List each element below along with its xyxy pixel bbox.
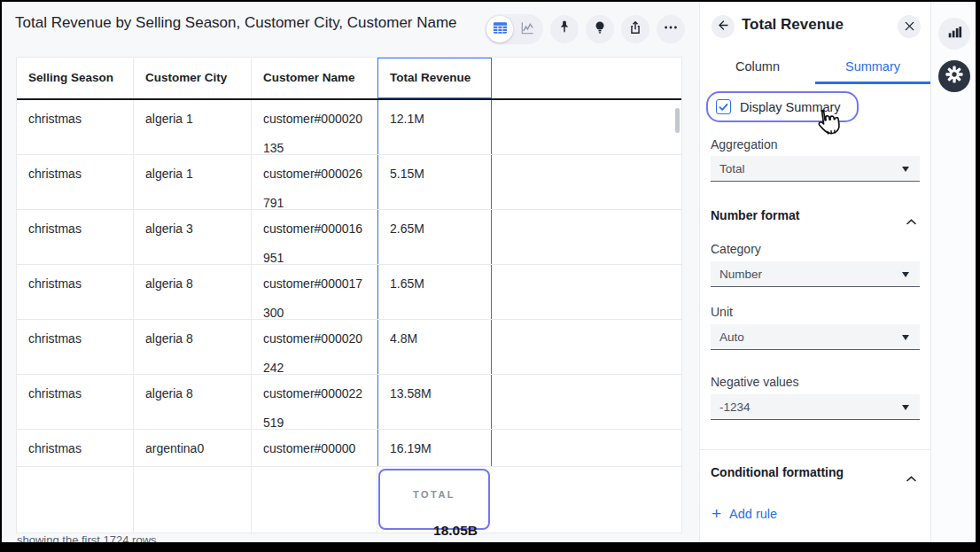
chart-settings-button[interactable] [938,18,970,50]
cell-customer-city: argentina0 [134,430,252,466]
cell-selling-season: christmas [17,430,134,466]
total-summary-box[interactable]: TOTAL 18.05B [378,469,490,530]
back-button[interactable] [712,15,735,38]
add-rule-button[interactable]: + Add rule [712,507,777,521]
table-header-row: Selling Season Customer City Customer Na… [17,58,681,100]
active-tab-underline [815,82,930,84]
hand-cursor [810,105,846,141]
share-button[interactable] [621,15,649,43]
cell-customer-name: customer#000020242 [252,320,377,374]
gear-icon [945,66,963,87]
collapse-conditional-formatting-button[interactable] [906,470,916,476]
cell-customer-name: customer#000022519 [252,375,377,429]
line-chart-icon [519,19,536,40]
share-export-icon [627,19,643,39]
arrow-left-icon [717,19,730,35]
cell-customer-name: customer#00000 [252,430,377,466]
cell-total-revenue: 4.8M [377,320,492,374]
app-window: Total Revenue by Selling Season, Custome… [0,0,980,552]
chart-view-button[interactable] [513,16,541,43]
panel-title: Total Revenue [742,16,844,34]
cell-empty [492,210,681,264]
tab-summary[interactable]: Summary [815,52,930,82]
pushpin-icon [556,19,572,39]
cell-selling-season: christmas [17,155,134,209]
table-row[interactable]: christmas algeria 8 customer#000022519 1… [17,375,681,430]
add-rule-label: Add rule [729,507,777,521]
cell-empty [492,155,681,209]
ellipsis-icon [663,19,679,39]
panel-tabs: Column Summary [700,52,930,82]
settings-button[interactable] [938,60,970,92]
column-header-selling-season[interactable]: Selling Season [17,58,134,98]
unit-value: Auto [719,330,744,344]
table-row[interactable]: christmas argentina0 customer#00000 16.1… [17,430,681,467]
toolbar [485,14,685,44]
table-view-button[interactable] [486,16,513,43]
cell-customer-name: customer#000020135 [252,100,377,154]
cell-customer-name: customer#000016951 [252,210,377,264]
category-value: Number [719,268,762,281]
display-summary-checkbox[interactable] [716,99,731,114]
cell-empty [492,100,681,154]
plus-icon: + [712,508,721,520]
summary-cell: TOTAL 18.05B [377,467,492,533]
category-label: Category [711,242,761,256]
cell-customer-city: algeria 8 [134,320,252,374]
cell-empty [134,467,252,533]
cell-customer-city: algeria 1 [134,100,252,154]
close-button[interactable] [898,15,921,38]
cell-selling-season: christmas [17,210,134,264]
bar-chart-icon [946,24,962,43]
data-table: Selling Season Customer City Customer Na… [16,57,682,533]
negative-values-label: Negative values [711,375,799,389]
pin-button[interactable] [550,15,579,43]
tab-column[interactable]: Column [700,52,815,82]
table-scrollbar[interactable] [675,108,680,133]
table-row[interactable]: christmas algeria 3 customer#000016951 2… [17,210,681,265]
cell-empty [252,467,377,533]
chevron-down-icon [902,167,909,172]
cell-selling-season: christmas [17,375,134,429]
table-row[interactable]: christmas algeria 1 customer#000026791 5… [17,155,681,210]
cell-empty [492,430,681,466]
cell-empty [492,467,681,533]
cell-empty [492,320,681,374]
cell-total-revenue: 12.1M [377,100,492,154]
more-button[interactable] [657,15,685,43]
checkmark-icon [719,99,728,115]
cell-selling-season: christmas [17,265,134,319]
close-icon [905,19,914,35]
column-header-customer-city[interactable]: Customer City [134,58,252,98]
cell-total-revenue: 5.15M [377,155,492,209]
cell-customer-name: customer#000026791 [252,155,377,209]
chevron-down-icon [902,335,909,340]
view-toggle [485,14,543,44]
main-area: Total Revenue by Selling Season, Custome… [2,2,699,542]
cell-total-revenue: 2.65M [377,210,492,264]
negative-values-select[interactable]: -1234 [711,394,920,420]
tab-summary-label: Summary [845,59,900,74]
aggregation-select[interactable]: Total [711,156,920,182]
summary-row: TOTAL 18.05B [17,467,681,533]
column-header-total-revenue-selected[interactable]: Total Revenue [377,58,492,98]
insights-button[interactable] [586,15,614,43]
chevron-down-icon [902,272,909,277]
lightbulb-icon [592,19,608,39]
cell-empty [492,265,681,319]
category-select[interactable]: Number [711,261,920,287]
cell-total-revenue: 1.65M [377,265,492,319]
page-title: Total Revenue by Selling Season, Custome… [15,14,457,32]
cell-selling-season: christmas [17,320,134,374]
collapse-number-format-button[interactable] [906,213,916,219]
table-row[interactable]: christmas algeria 8 customer#000020242 4… [17,320,681,375]
cell-customer-city: algeria 1 [134,155,252,209]
table-row[interactable]: christmas algeria 1 customer#000020135 1… [17,100,681,155]
panel-divider [700,449,930,450]
table-row[interactable]: christmas algeria 8 customer#000017300 1… [17,265,681,320]
column-header-customer-name[interactable]: Customer Name [252,58,377,98]
cell-selling-season: christmas [17,100,134,154]
unit-select[interactable]: Auto [711,324,920,350]
negative-values-value: -1234 [719,400,751,414]
chevron-down-icon [902,405,909,410]
